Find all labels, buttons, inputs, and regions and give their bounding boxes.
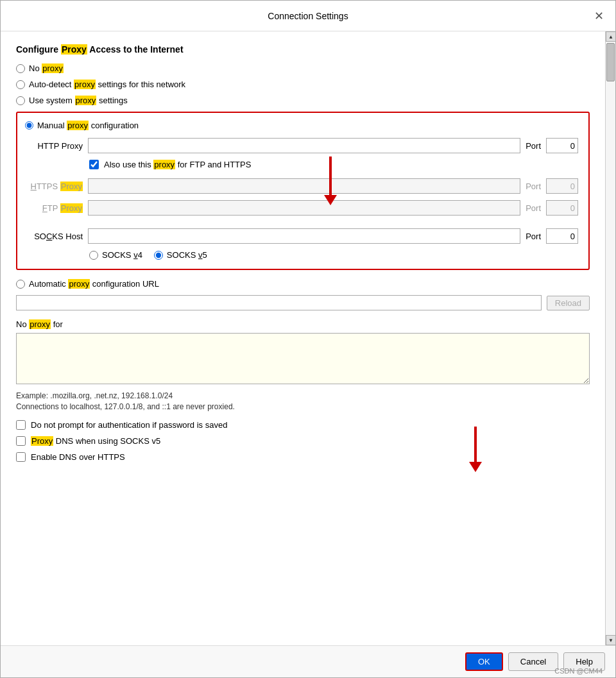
enable-dns-label: Enable DNS over HTTPS	[31, 452, 125, 462]
main-content: Configure Proxy Access to the Internet N…	[1, 31, 605, 645]
section-title: Configure Proxy Access to the Internet	[16, 44, 590, 55]
socks-v4-option[interactable]: SOCKS v4	[89, 250, 142, 260]
auto-config-section: Automatic proxy configuration URL Reload	[16, 279, 590, 310]
no-proxy-for-label: No proxy for	[16, 319, 590, 329]
enable-dns-checkbox[interactable]	[16, 452, 26, 462]
dialog-title: Connection Settings	[268, 11, 348, 21]
enable-dns-row: Enable DNS over HTTPS	[16, 452, 590, 462]
scrollbar-up-button[interactable]: ▲	[606, 31, 616, 42]
use-system-label: Use system proxy settings	[29, 96, 128, 105]
no-proxy-option[interactable]: No proxy	[16, 64, 590, 73]
watermark: CSDN @CM44	[554, 667, 603, 675]
connection-settings-dialog: Connection Settings ✕ Configure Proxy Ac…	[0, 0, 616, 678]
manual-proxy-option[interactable]: Manual proxy configuration	[25, 121, 578, 130]
auto-config-label: Automatic proxy configuration URL	[29, 279, 159, 289]
ftp-proxy-row: FTP Proxy Port	[25, 200, 578, 216]
no-proxy-label: No proxy	[29, 64, 64, 73]
auto-config-url-input[interactable]	[16, 295, 542, 310]
close-button[interactable]: ✕	[590, 7, 608, 25]
cancel-button[interactable]: Cancel	[508, 652, 558, 671]
proxy-dns-checkbox[interactable]	[16, 436, 26, 446]
red-arrow-bottom	[469, 427, 482, 472]
socks-host-label: SOCKS Host	[25, 232, 83, 241]
auto-config-radio[interactable]	[16, 280, 25, 289]
socks-v5-radio[interactable]	[154, 251, 163, 260]
socks-host-row: SOCKS Host Port	[25, 228, 578, 244]
https-port-label: Port	[526, 182, 541, 191]
connections-note: Connections to localhost, 127.0.0.1/8, a…	[16, 402, 590, 411]
section-title-part2: Access to the Internet	[87, 44, 184, 55]
scrollbar-track[interactable]	[606, 42, 615, 635]
manual-proxy-label: Manual proxy configuration	[37, 121, 139, 130]
ftp-port-label: Port	[526, 203, 541, 213]
socks-port-label: Port	[526, 232, 541, 241]
manual-proxy-box: Manual proxy configuration HTTP Proxy Po…	[16, 112, 590, 270]
no-prompt-label: Do not prompt for authentication if pass…	[31, 420, 227, 430]
scrollbar-down-button[interactable]: ▼	[606, 635, 616, 645]
https-proxy-row: HTTPS Proxy Port	[25, 178, 578, 194]
manual-proxy-radio[interactable]	[25, 121, 33, 130]
http-port-input[interactable]	[546, 138, 578, 153]
scrollbar-thumb[interactable]	[606, 43, 615, 81]
proxy-dns-row: Proxy DNS when using SOCKS v5	[16, 436, 590, 446]
socks-v5-label: SOCKS v5	[167, 250, 207, 260]
proxy-dns-label: Proxy DNS when using SOCKS v5	[31, 436, 160, 446]
https-port-input[interactable]	[546, 178, 578, 194]
no-prompt-checkbox[interactable]	[16, 420, 26, 430]
socks-version-row: SOCKS v4 SOCKS v5	[89, 250, 578, 260]
socks-v5-option[interactable]: SOCKS v5	[154, 250, 207, 260]
auto-detect-radio[interactable]	[16, 80, 25, 89]
ok-button[interactable]: OK	[465, 652, 503, 671]
no-prompt-row: Do not prompt for authentication if pass…	[16, 420, 590, 430]
https-proxy-input[interactable]	[88, 178, 520, 194]
no-proxy-for-section: No proxy for	[16, 319, 590, 386]
socks-v4-radio[interactable]	[89, 251, 98, 260]
section-title-part1: Configure	[16, 44, 61, 55]
http-port-label: Port	[526, 141, 541, 151]
socks-host-input[interactable]	[88, 228, 520, 244]
example-text: Example: .mozilla.org, .net.nz, 192.168.…	[16, 391, 590, 400]
http-proxy-label: HTTP Proxy	[25, 141, 83, 151]
ftp-proxy-input[interactable]	[88, 200, 520, 216]
section-title-proxy: Proxy	[61, 44, 87, 55]
also-use-label: Also use this proxy for FTP and HTTPS	[104, 160, 251, 169]
also-use-checkbox[interactable]	[89, 160, 99, 169]
also-use-row: Also use this proxy for FTP and HTTPS	[89, 160, 578, 169]
use-system-radio[interactable]	[16, 96, 25, 105]
reload-row: Reload	[16, 295, 590, 310]
ftp-proxy-label: FTP Proxy	[25, 203, 83, 213]
auto-config-option[interactable]: Automatic proxy configuration URL	[16, 279, 590, 289]
http-proxy-input[interactable]	[88, 138, 520, 153]
reload-button[interactable]: Reload	[547, 296, 590, 310]
no-proxy-radio[interactable]	[16, 64, 25, 73]
ftp-port-input[interactable]	[546, 200, 578, 216]
socks-v4-label: SOCKS v4	[102, 250, 142, 260]
use-system-option[interactable]: Use system proxy settings	[16, 96, 590, 105]
scrollable-area: Configure Proxy Access to the Internet N…	[1, 31, 615, 645]
scrollbar[interactable]: ▲ ▼	[605, 31, 615, 645]
http-proxy-row: HTTP Proxy Port	[25, 138, 578, 153]
title-bar: Connection Settings ✕	[1, 1, 615, 31]
socks-port-input[interactable]	[546, 228, 578, 244]
bottom-bar: OK Cancel Help	[1, 645, 615, 677]
no-proxy-textarea[interactable]	[16, 333, 590, 384]
auto-detect-option[interactable]: Auto-detect proxy settings for this netw…	[16, 80, 590, 89]
https-proxy-label: HTTPS Proxy	[25, 182, 83, 191]
auto-detect-label: Auto-detect proxy settings for this netw…	[29, 80, 185, 89]
